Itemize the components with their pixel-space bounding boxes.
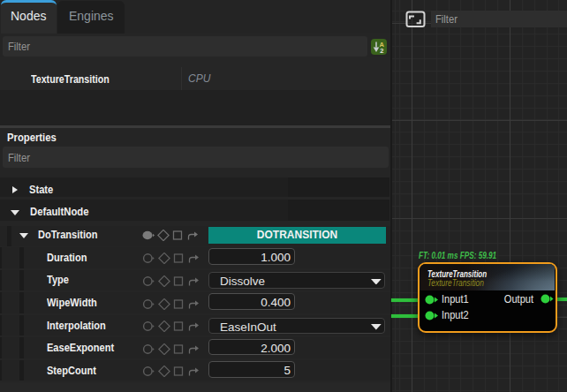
svg-text:2: 2 (380, 47, 383, 54)
